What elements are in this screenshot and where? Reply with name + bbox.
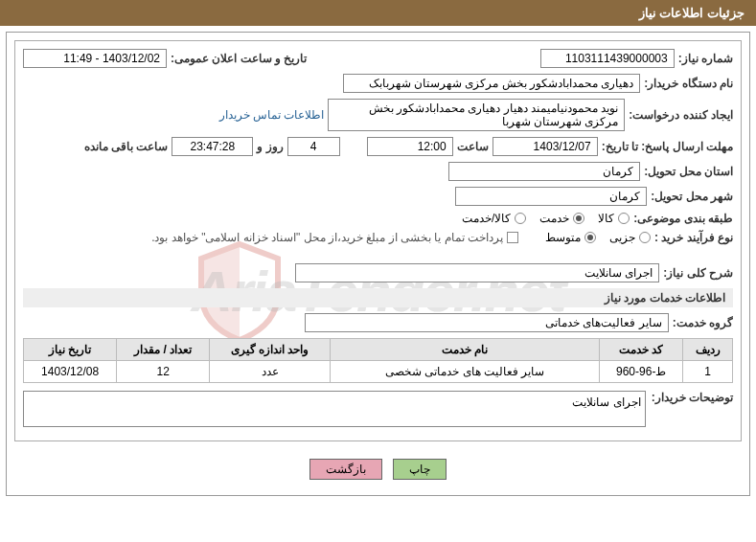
requester-label: ایجاد کننده درخواست: bbox=[629, 108, 733, 122]
details-fieldset: شماره نیاز: 1103111439000003 تاریخ و ساع… bbox=[14, 40, 742, 441]
radio-small[interactable] bbox=[639, 232, 651, 243]
table-row: 1 ط-96-960 سایر فعالیت های خدماتی شخصی ع… bbox=[24, 361, 733, 383]
announcement-field: 1403/12/02 - 11:49 bbox=[23, 49, 167, 68]
buyer-contact-link[interactable]: اطلاعات تماس خریدار bbox=[219, 108, 325, 122]
th-name: نام خدمت bbox=[331, 339, 600, 361]
need-number-field: 1103111439000003 bbox=[540, 49, 675, 68]
services-section-title: اطلاعات خدمات مورد نیاز bbox=[23, 288, 733, 307]
radio-medium[interactable] bbox=[584, 232, 596, 243]
cell-date: 1403/12/08 bbox=[24, 361, 117, 383]
service-group-label: گروه خدمت: bbox=[673, 316, 733, 329]
purchase-type-radio-group: جزیی متوسط bbox=[545, 231, 651, 244]
days-label: روز و bbox=[257, 140, 283, 153]
services-table: ردیف کد خدمت نام خدمت واحد اندازه گیری ت… bbox=[23, 338, 733, 383]
page-title: جزئیات اطلاعات نیاز bbox=[0, 0, 756, 26]
need-overview-field: اجرای سانلایت bbox=[295, 263, 659, 282]
delivery-province-field: کرمان bbox=[448, 162, 640, 181]
delivery-city-field: کرمان bbox=[455, 187, 647, 206]
radio-service-label: خدمت bbox=[539, 212, 569, 225]
buyer-notes-label: توضیحات خریدار: bbox=[650, 391, 733, 404]
cell-row: 1 bbox=[683, 361, 733, 383]
deadline-label: مهلت ارسال پاسخ: تا تاریخ: bbox=[602, 140, 733, 153]
radio-goods[interactable] bbox=[618, 213, 630, 224]
countdown-field: 23:47:28 bbox=[172, 137, 253, 156]
th-unit: واحد اندازه گیری bbox=[210, 339, 331, 361]
subject-radio-group: کالا خدمت کالا/خدمت bbox=[462, 212, 630, 225]
buyer-org-field: دهیاری محمدابادشکور بخش مرکزی شهرستان شه… bbox=[343, 74, 640, 93]
hour-label: ساعت bbox=[457, 140, 489, 153]
need-number-label: شماره نیاز: bbox=[678, 52, 733, 65]
subject-class-label: طبقه بندی موضوعی: bbox=[633, 212, 733, 225]
treasury-checkbox[interactable] bbox=[507, 232, 518, 243]
buyer-org-label: نام دستگاه خریدار: bbox=[644, 77, 733, 90]
days-remaining-field: 4 bbox=[287, 137, 340, 156]
cell-qty: 12 bbox=[117, 361, 210, 383]
purchase-type-label: نوع فرآیند خرید : bbox=[654, 231, 733, 244]
radio-goods-service-label: کالا/خدمت bbox=[462, 212, 511, 225]
radio-small-label: جزیی bbox=[609, 231, 635, 244]
th-date: تاریخ نیاز bbox=[24, 339, 117, 361]
remaining-label: ساعت باقی مانده bbox=[84, 140, 169, 153]
deadline-date-field: 1403/12/07 bbox=[493, 137, 598, 156]
deadline-time-field: 12:00 bbox=[367, 137, 453, 156]
service-group-field: سایر فعالیت‌های خدماتی bbox=[305, 313, 669, 332]
radio-goods-label: کالا bbox=[598, 212, 614, 225]
cell-code: ط-96-960 bbox=[600, 361, 683, 383]
need-overview-label: شرح کلی نیاز: bbox=[663, 266, 733, 280]
main-container: شماره نیاز: 1103111439000003 تاریخ و ساع… bbox=[6, 32, 750, 496]
announcement-label: تاریخ و ساعت اعلان عمومی: bbox=[171, 52, 307, 65]
radio-goods-service[interactable] bbox=[515, 213, 526, 224]
th-code: کد خدمت bbox=[600, 339, 683, 361]
radio-service[interactable] bbox=[573, 213, 584, 224]
delivery-province-label: استان محل تحویل: bbox=[644, 165, 733, 178]
payment-note: پرداخت تمام یا بخشی از مبلغ خرید،از محل … bbox=[151, 231, 503, 244]
cell-unit: عدد bbox=[210, 361, 331, 383]
requester-field: نوید محمودنیامیمند دهیار دهیاری محمداباد… bbox=[328, 99, 625, 131]
footer-buttons: چاپ بازگشت bbox=[14, 451, 742, 487]
th-row: ردیف bbox=[683, 339, 733, 361]
delivery-city-label: شهر محل تحویل: bbox=[651, 190, 733, 203]
back-button[interactable]: بازگشت bbox=[309, 459, 382, 480]
radio-medium-label: متوسط bbox=[545, 231, 581, 244]
buyer-notes-text: اجرای سانلایت bbox=[23, 391, 646, 427]
print-button[interactable]: چاپ bbox=[393, 459, 447, 480]
th-qty: تعداد / مقدار bbox=[117, 339, 210, 361]
cell-name: سایر فعالیت های خدماتی شخصی bbox=[331, 361, 600, 383]
